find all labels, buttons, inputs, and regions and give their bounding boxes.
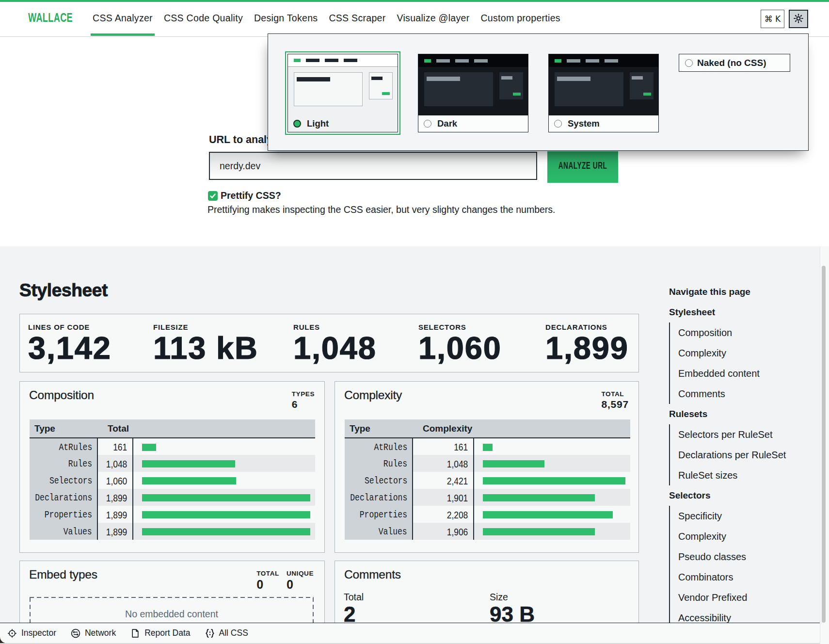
sidebar-link[interactable]: Selectors — [669, 490, 711, 500]
analyze-url-button[interactable]: ANALYZE URL — [547, 151, 618, 183]
sidebar-item-link[interactable]: Comments — [678, 388, 725, 399]
prettify-row: Prettify CSS? — [208, 190, 281, 201]
sidebar-item-link[interactable]: Declarations per RuleSet — [678, 450, 786, 460]
theme-popover: Light Dark System Naked — [268, 33, 809, 151]
sidebar-item: Combinators — [670, 567, 814, 587]
nav-link[interactable]: CSS Analyzer — [93, 13, 153, 24]
cell-bar — [474, 489, 630, 506]
nav-item-visualize-layer: Visualize @layer — [397, 0, 470, 36]
nav-link[interactable]: CSS Code Quality — [164, 13, 243, 24]
sidebar-item-link[interactable]: Selectors per RuleSet — [678, 429, 773, 440]
cell-value: 161 — [413, 438, 474, 455]
bar — [483, 444, 493, 451]
mini-nav-bar — [455, 59, 469, 63]
sidebar-item-link[interactable]: Pseudo classes — [678, 551, 746, 562]
comments-size: Size 93 B — [490, 592, 535, 627]
bar — [142, 460, 235, 467]
summary-value: 8,597 — [601, 399, 629, 410]
composition-title: Composition — [29, 388, 94, 402]
url-input[interactable] — [209, 152, 537, 180]
sidebar-heading-selectors: Selectors — [669, 485, 814, 506]
nav-item-css-code-quality: CSS Code Quality — [164, 0, 243, 36]
summary-label: TOTAL — [601, 390, 629, 398]
cell-value: 161 — [97, 438, 133, 455]
mini-text-line — [371, 77, 383, 80]
column-header-value: Total — [97, 419, 315, 438]
radio-naked[interactable] — [685, 59, 693, 67]
bar — [483, 494, 595, 501]
sidebar-item: Selectors per RuleSet — [670, 424, 814, 445]
prettify-checkbox[interactable] — [208, 191, 218, 201]
sidebar-link[interactable]: Stylesheet — [669, 307, 715, 317]
nav-link[interactable]: Design Tokens — [254, 13, 318, 24]
theme-preview-system — [549, 54, 658, 115]
table-row: Rules1,048 — [30, 455, 315, 472]
radio-light[interactable] — [293, 120, 301, 128]
mini-nav-bar — [474, 59, 488, 63]
toolbar-item-report-data[interactable]: Report Data — [130, 628, 190, 638]
cell-bar — [474, 455, 630, 472]
sidebar-item: RuleSet sizes — [670, 465, 814, 485]
complexity-card: Complexity TOTAL 8,597 Type Complexity A… — [335, 381, 639, 553]
mini-text-line — [632, 76, 643, 80]
embed-types-title: Embed types — [29, 568, 97, 581]
toolbar-item-inspector[interactable]: Inspector — [7, 628, 56, 638]
theme-option-light[interactable]: Light — [287, 54, 398, 132]
bar — [142, 528, 310, 535]
mini-nav-bar — [306, 59, 319, 62]
radio-system[interactable] — [554, 120, 562, 128]
cell-value: 1,901 — [413, 489, 474, 506]
mini-text-line — [557, 77, 590, 81]
sidebar-item-link[interactable]: RuleSet sizes — [678, 470, 737, 481]
command-k-button[interactable]: ⌘ K — [761, 10, 784, 28]
sidebar-item-link[interactable]: Vendor Prefixed — [678, 592, 747, 603]
nav-link[interactable]: CSS Scraper — [329, 13, 385, 24]
toolbar-item-network[interactable]: Network — [71, 628, 116, 638]
sidebar-link[interactable]: Rulesets — [669, 409, 707, 419]
sidebar-item: Complexity — [670, 343, 814, 363]
theme-option-dark[interactable]: Dark — [418, 54, 528, 132]
theme-option-naked[interactable]: Naked (no CSS) — [679, 54, 790, 72]
theme-toggle-button[interactable] — [789, 10, 808, 28]
cell-value: 1,899 — [97, 523, 133, 540]
table-row: Values1,899 — [30, 523, 315, 540]
sidebar-item-link[interactable]: Specificity — [678, 511, 722, 521]
file-icon — [130, 628, 140, 638]
sidebar-item: Embedded content — [670, 363, 814, 384]
theme-option-system[interactable]: System — [548, 54, 659, 132]
cell-bar — [133, 523, 315, 540]
cell-type: Declarations — [345, 489, 413, 506]
cell-type: Selectors — [345, 472, 413, 489]
theme-label-naked: Naked (no CSS) — [697, 58, 766, 68]
page-nav-sidebar: Navigate this page StylesheetComposition… — [669, 282, 814, 628]
mini-side-box — [630, 72, 654, 99]
sidebar-item-link[interactable]: Composition — [678, 327, 732, 338]
cell-bar — [474, 523, 630, 540]
sidebar-item-link[interactable]: Complexity — [678, 348, 726, 358]
nav-link[interactable]: Visualize @layer — [397, 13, 470, 24]
toolbar-item-all-css[interactable]: All CSS — [205, 628, 248, 638]
nav-item-design-tokens: Design Tokens — [254, 0, 318, 36]
bar — [483, 528, 595, 535]
mini-logo-chip — [555, 59, 561, 63]
prettify-label[interactable]: Prettify CSS? — [221, 190, 281, 201]
table-row: Properties2,208 — [345, 506, 630, 523]
wallace-logo[interactable]: WALLACE — [28, 11, 73, 24]
mini-nav-bar — [436, 59, 450, 63]
theme-label-system: System — [568, 118, 600, 129]
sidebar-item-link[interactable]: Accessibility — [678, 612, 731, 623]
mini-topbar — [418, 54, 528, 67]
stat-value: 1,060 — [418, 333, 502, 364]
sidebar-item-link[interactable]: Combinators — [678, 572, 733, 582]
scrollbar-thumb[interactable] — [822, 266, 826, 623]
mini-logo-chip — [424, 59, 431, 63]
bar — [483, 477, 625, 484]
radio-dark[interactable] — [424, 120, 431, 128]
mini-nav-bar — [586, 59, 599, 63]
cell-value: 1,048 — [97, 455, 133, 472]
bar — [142, 444, 156, 451]
sidebar-item-link[interactable]: Embedded content — [678, 368, 760, 379]
sidebar-item-link[interactable]: Complexity — [678, 531, 726, 542]
complexity-summary: TOTAL 8,597 — [601, 390, 629, 410]
nav-link[interactable]: Custom properties — [480, 13, 560, 24]
